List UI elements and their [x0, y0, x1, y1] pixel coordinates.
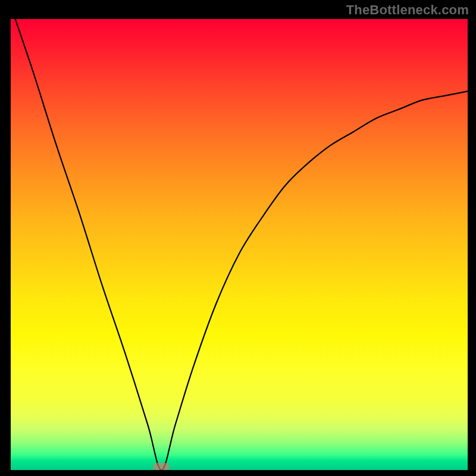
plot-area: [11, 19, 468, 470]
chart-frame: TheBottleneck.com: [0, 0, 476, 476]
watermark-label: TheBottleneck.com: [346, 2, 469, 18]
bottleneck-marker: [153, 463, 170, 470]
bottleneck-curve: [11, 19, 468, 470]
curve-path: [15, 19, 468, 470]
